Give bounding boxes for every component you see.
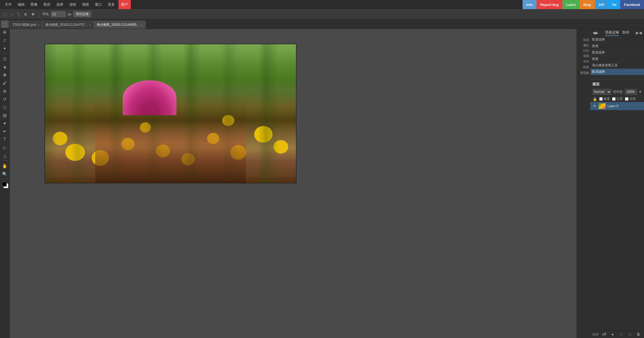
tool-eyedropper[interactable]: ◈ <box>1 63 9 71</box>
blog-nav-button[interactable]: Blog <box>580 0 595 9</box>
layers-bottom-bar: ⊙⊙ off ● □ □ 🗑 <box>590 330 644 338</box>
menu-bar: 文件 编辑 图像 图层 选择 滤镜 视图 窗口 更多 紫户 <box>0 0 523 9</box>
people-overlay <box>95 93 246 183</box>
tool-crop[interactable]: ⊡ <box>1 55 9 63</box>
history-item-5[interactable]: 取消选择 <box>590 69 644 75</box>
menu-edit[interactable]: 编辑 <box>16 0 27 9</box>
menu-select[interactable]: 选择 <box>54 0 65 9</box>
layer-check-pixels: 像素 <box>599 97 610 101</box>
tool-hand[interactable]: ✋ <box>1 162 9 170</box>
bottom-icon-new[interactable]: □ <box>627 331 633 337</box>
info-label-characters: 字符 <box>577 59 590 64</box>
layer-mode-select[interactable]: Normal <box>593 89 611 95</box>
tool-select-rect[interactable]: ⬚ <box>1 20 9 28</box>
history-item-1[interactable]: 套索 <box>590 43 644 49</box>
canvas-container[interactable] <box>10 29 576 338</box>
menu-filter[interactable]: 滤镜 <box>67 0 78 9</box>
check-all[interactable] <box>625 97 628 101</box>
tool-move[interactable]: ✙ <box>1 28 9 36</box>
menu-file[interactable]: 文件 <box>3 0 14 9</box>
tool-gradient[interactable]: ▤ <box>1 111 9 119</box>
tool-clone[interactable]: ⊗ <box>1 87 9 95</box>
tool-indicator-4: ⊕ <box>23 12 28 16</box>
foreground-color-swatch[interactable] <box>2 182 7 187</box>
history-item-4[interactable]: 顶点修复复制工具 <box>590 62 644 69</box>
bottom-icon-delete[interactable]: 🗑 <box>635 331 641 337</box>
top-nav-bar: 文件 编辑 图像 图层 选择 滤镜 视图 窗口 更多 紫户 Info Repor… <box>0 0 644 9</box>
layer-visibility-0[interactable]: 👁 <box>593 104 597 108</box>
reportbug-nav-button[interactable]: Report bug <box>536 0 562 9</box>
tool-lasso[interactable]: ⊂ <box>1 37 9 44</box>
tab-wechat-1[interactable]: 微信截图_20181112144707... × <box>42 21 94 29</box>
check-pixels[interactable] <box>599 97 603 101</box>
options-toolbar: ⬚ ○ ╲ ⊕ ✱ 羽化 px 查找边缘 <box>0 9 644 19</box>
opacity-input[interactable] <box>625 89 637 95</box>
bottom-icon-off[interactable]: off <box>601 331 607 337</box>
check-position[interactable] <box>612 97 616 101</box>
menu-layer[interactable]: 图层 <box>41 0 53 9</box>
sampler-tab[interactable]: 取样 <box>622 30 629 36</box>
bottom-icon-record[interactable]: ⊙⊙ <box>593 331 598 337</box>
info-label-pen: 笔刷 <box>577 53 590 59</box>
history-tab[interactable]: 历史记录 <box>605 30 619 36</box>
left-toolbar: ⬚ ✙ ⊂ ✦ ⊡ ◈ ✚ 🖌 ⊗ ↺ ◻ ▤ ● ✒ T ▷ △ ✋ 🔍 <box>0 19 10 338</box>
feather-input[interactable] <box>51 11 66 17</box>
feather-unit: px <box>68 12 71 16</box>
tool-shape[interactable]: △ <box>1 152 9 159</box>
opacity-label: 透明度: <box>613 90 623 94</box>
collapse-right-button[interactable]: ▶◀ <box>636 31 642 35</box>
tool-magic-wand[interactable]: ✦ <box>1 45 9 52</box>
tool-sep-2 <box>2 161 8 161</box>
layer-row-0[interactable]: 👁 Layer 0 <box>590 102 644 110</box>
tw-nav-button[interactable]: Tw <box>608 0 620 9</box>
menu-window[interactable]: 窗口 <box>93 0 104 9</box>
tool-heal[interactable]: ✚ <box>1 71 9 79</box>
tab-tools-guide[interactable]: TOOLS指南.psd × <box>10 21 42 29</box>
history-item-2[interactable]: 取源选择 <box>590 49 644 56</box>
layers-section: 图层 Normal 透明度: ▼ 🔒 <box>590 79 644 111</box>
tool-indicator-2: ○ <box>10 12 14 16</box>
learn-nav-button[interactable]: Learn <box>562 0 579 9</box>
tool-zoom[interactable]: 🔍 <box>1 170 9 178</box>
menu-view[interactable]: 视图 <box>80 0 91 9</box>
user-button[interactable]: 紫户 <box>119 0 131 9</box>
tool-sep-1 <box>2 53 8 54</box>
tool-history-brush[interactable]: ↺ <box>1 95 9 103</box>
history-item-3[interactable]: 套索 <box>590 56 644 62</box>
tab-wechat-2[interactable]: 微信截图_20181112144005... × <box>94 21 146 29</box>
tool-path[interactable]: ▷ <box>1 144 9 151</box>
collapse-left-button[interactable]: ◀▶ <box>593 31 598 35</box>
facebook-nav-button[interactable]: Facebook <box>620 0 644 9</box>
history-item-0[interactable]: 取源选择 <box>590 37 644 43</box>
opacity-dropdown-icon[interactable]: ▼ <box>639 90 642 94</box>
api-nav-button[interactable]: API <box>595 0 608 9</box>
info-label-info: 信息 <box>577 37 590 43</box>
tool-indicator-1: ⬚ <box>2 12 8 16</box>
tab-close-wechat2[interactable]: × <box>141 23 142 27</box>
canvas-image <box>45 44 296 183</box>
info-label-layers: 图层蒙 <box>577 70 590 76</box>
tab-label-wechat2: 微信截图_20181112144005... <box>97 23 139 27</box>
bottom-icon-group[interactable]: □ <box>618 331 624 337</box>
layer-check-all: 全部 <box>625 97 636 101</box>
layer-name-0: Layer 0 <box>608 104 642 108</box>
tab-close-wechat1[interactable]: × <box>89 23 91 27</box>
layer-mode-row: Normal 透明度: ▼ <box>590 88 644 96</box>
tool-pen[interactable]: ✒ <box>1 128 9 135</box>
panel-tab-row: 历史记录 取样 <box>605 30 629 36</box>
info-labels-sidebar: 信息 属性 CSS 笔刷 字符 段落 图层蒙 <box>576 29 590 338</box>
info-nav-button[interactable]: Info <box>523 0 536 9</box>
app: 文件 编辑 图像 图层 选择 滤镜 视图 窗口 更多 紫户 Info Repor… <box>0 0 644 338</box>
layers-title: 图层 <box>590 81 644 88</box>
menu-more[interactable]: 更多 <box>106 0 117 9</box>
tab-close-tools[interactable]: × <box>38 23 39 27</box>
menu-image[interactable]: 图像 <box>28 0 40 9</box>
bottom-icon-mask[interactable]: ● <box>610 331 616 337</box>
color-swatches[interactable] <box>1 182 9 189</box>
tool-dodge[interactable]: ● <box>1 119 9 127</box>
tool-brush[interactable]: 🖌 <box>1 79 9 87</box>
lock-icon[interactable]: 🔒 <box>593 97 597 101</box>
tool-eraser[interactable]: ◻ <box>1 103 9 111</box>
check-edge-button[interactable]: 查找边缘 <box>73 11 91 17</box>
tool-type[interactable]: T <box>1 136 9 143</box>
